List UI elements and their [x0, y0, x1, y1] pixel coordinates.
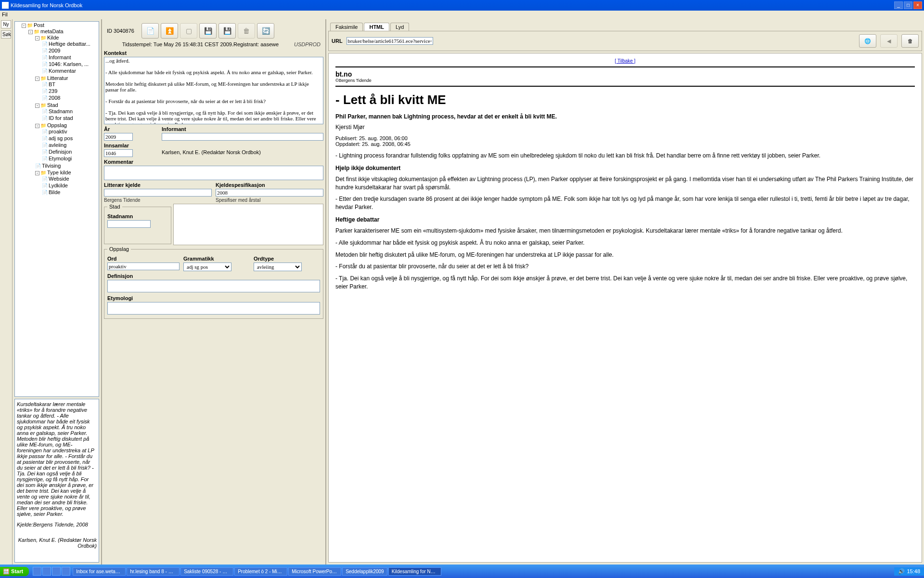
kjeldespes-hint: Spesifiser med årstal — [216, 197, 323, 203]
tree-item[interactable]: 2008 — [49, 95, 60, 101]
save2-button[interactable]: 💾 — [218, 23, 236, 39]
new-button[interactable]: 📄 — [141, 23, 159, 39]
taskbar-item[interactable]: Kildesamling for Nors... — [388, 567, 441, 576]
innsamlar-label: Innsamlar — [104, 143, 158, 148]
tree-tilvising[interactable]: Tilvising — [42, 163, 61, 169]
innsamlar-name: Karlsen, Knut E. (Redaktør Norsk Ordbok) — [162, 149, 261, 155]
viewer-tabs: Faksimile HTML Lyd — [328, 21, 922, 31]
kjeldespes-label: Kjeldespesifikasjon — [216, 182, 323, 188]
refresh-button[interactable]: 🔄 — [257, 23, 274, 39]
kontekst-textarea[interactable] — [104, 57, 323, 124]
article-p4: Parker karakteriserer ME som ein «multis… — [335, 227, 915, 235]
tab-lyd[interactable]: Lyd — [390, 23, 409, 31]
tab-ny[interactable]: Ny — [1, 20, 11, 28]
go-button[interactable]: 🌐 — [859, 34, 876, 48]
app-icon — [2, 2, 9, 9]
taskbar-item[interactable]: Seddelapplik2009 — [342, 567, 387, 576]
tree-typekilde[interactable]: Type kilde — [47, 170, 71, 175]
article-p3: - Etter den tredje kursdagen svarte 86 p… — [335, 195, 915, 211]
ordtype-select[interactable]: avleiing — [254, 263, 302, 271]
article-logo: bt.no — [335, 70, 915, 78]
tree-item[interactable]: 239 — [49, 88, 57, 94]
tree-item[interactable]: Lydkilde — [49, 183, 68, 188]
tree-item[interactable]: Informant — [49, 54, 71, 60]
minimize-button[interactable]: _ — [894, 1, 903, 9]
tree-metadata[interactable]: metaData — [40, 28, 64, 34]
taskbar-item[interactable]: Inbox for ase.wetas@iln... — [73, 567, 126, 576]
article-p7: - Forstår du at pasientar blir provosert… — [335, 263, 915, 271]
tree-item[interactable]: proaktiv — [49, 129, 67, 134]
ety-label: Etymologi — [107, 295, 320, 301]
kjeldespes-input[interactable] — [216, 189, 323, 197]
tree-item[interactable]: adj sg pos — [49, 135, 73, 141]
trash-button[interactable]: 🗑 — [901, 34, 919, 48]
tree-item[interactable]: Webside — [49, 176, 69, 182]
tree-kilde[interactable]: Kilde — [47, 35, 59, 40]
ar-input[interactable] — [104, 133, 133, 141]
gram-select[interactable]: adj sg pos — [183, 263, 231, 271]
tab-sok[interactable]: Søk — [1, 30, 11, 39]
tree-litteratur[interactable]: Litteratur — [47, 75, 68, 81]
def-textarea[interactable] — [107, 280, 320, 292]
url-input[interactable] — [346, 37, 433, 45]
article-p1: - Lightning process forandrar fullstendi… — [335, 152, 915, 160]
taskbar-item[interactable]: Microsoft PowerPoint - [... — [288, 567, 341, 576]
tree-item[interactable]: Etymologi — [49, 156, 72, 161]
informant-label: Informant — [162, 126, 323, 132]
kommentar-textarea[interactable] — [104, 166, 323, 180]
informant-input[interactable] — [162, 133, 323, 141]
back-link[interactable]: [ Tilbake ] — [335, 58, 915, 64]
article-p5: - Alle sjukdommar har både eit fysisk og… — [335, 239, 915, 247]
env-label: USDPROD — [294, 41, 321, 47]
article-h3b: Heftige debattar — [335, 216, 915, 223]
tree-stad[interactable]: Stad — [47, 102, 58, 108]
tree-item[interactable]: Bilde — [49, 189, 60, 195]
stad-fieldset: Stad Stadnamn — [104, 204, 171, 244]
maximize-button[interactable]: □ — [904, 1, 912, 9]
start-button[interactable]: 🪟 Start — [0, 567, 29, 576]
menu-fil[interactable]: Fil — [2, 12, 8, 17]
timestamp: Tidsstempel: Tue May 26 15:48:31 CEST 20… — [107, 41, 294, 47]
tree-item[interactable]: BT — [49, 81, 55, 87]
tree-item[interactable]: 1046: Karlsen, ... — [49, 61, 89, 67]
stop-button: ▢ — [180, 23, 197, 39]
stadnamn-input[interactable] — [107, 220, 151, 228]
tree-item[interactable]: Kommentar — [49, 68, 76, 74]
save-button[interactable]: 💾 — [199, 23, 217, 39]
url-label: URL — [332, 38, 343, 44]
tree-oppslag[interactable]: Oppslag — [47, 122, 67, 128]
up-button[interactable]: ⏫ — [161, 23, 178, 39]
record-id: ID 3040876 — [104, 28, 140, 34]
clock: 15:48 — [907, 568, 920, 574]
innsamlar-input[interactable] — [104, 149, 133, 157]
tray-icon[interactable]: 🔊 — [898, 568, 905, 575]
tab-faksimile[interactable]: Faksimile — [330, 23, 363, 31]
stadnamn-label: Stadnamn — [107, 213, 168, 219]
article-viewer[interactable]: [ Tilbake ] bt.no ©Bergens Tidende - Let… — [328, 53, 922, 563]
back-button: ◀ — [880, 34, 898, 48]
taskbar-item[interactable]: hr.lesing band 8 - Micros... — [127, 567, 180, 576]
tree-item[interactable]: 2009 — [49, 48, 60, 53]
taskbar: 🪟 Start Inbox for ase.wetas@iln...hr.les… — [0, 565, 924, 578]
tree-item[interactable]: ID for stad — [49, 115, 73, 121]
tree-item[interactable]: avleiing — [49, 142, 66, 148]
article-p6: Metoden blir heftig diskutert på ulike M… — [335, 251, 915, 259]
tree-post[interactable]: Post — [34, 22, 44, 28]
system-tray[interactable]: 🔊 15:48 — [894, 567, 924, 576]
tree-item[interactable]: Definisjon — [49, 149, 72, 155]
tab-html[interactable]: HTML — [364, 23, 389, 31]
tree-item[interactable]: Stadnamn — [49, 108, 73, 114]
littkjelde-input[interactable] — [104, 189, 212, 197]
quicklaunch[interactable] — [31, 567, 72, 576]
tree-view[interactable]: -Post -metaData -Kilde Heftige debattar.… — [14, 21, 99, 397]
ety-textarea[interactable] — [107, 302, 320, 315]
ordtype-label: Ordtype — [254, 256, 320, 262]
window-title: Kildesamling for Norsk Ordbok — [11, 2, 82, 8]
ord-input[interactable] — [107, 263, 180, 270]
taskbar-item[interactable]: Problemet ò 2 - Microsoft... — [234, 567, 287, 576]
taskbar-item[interactable]: Sakliste 090528 - Micros... — [180, 567, 233, 576]
close-button[interactable]: × — [913, 1, 922, 9]
tree-item[interactable]: Heftige debattar... — [49, 41, 90, 47]
preview-text: Kursdeltakarar lærer mentale «triks» for… — [17, 401, 97, 517]
article-h3a: Hjelp ikkje dokumentert — [335, 165, 915, 171]
